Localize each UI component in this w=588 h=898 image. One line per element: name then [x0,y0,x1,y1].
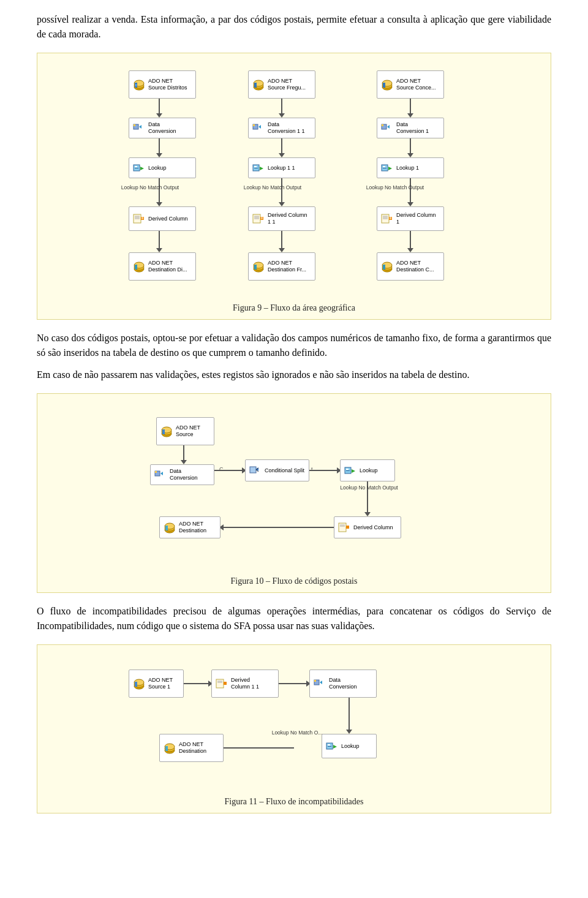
lookup-label11: Lookup [341,743,360,750]
data-conv-label10: DataConversion [170,468,198,481]
svg-rect-122 [339,523,346,532]
derived-col-1c-label: Derived Column1 [396,212,436,225]
lookup-icon-2 [252,161,265,175]
svg-marker-60 [260,167,263,170]
svg-rect-155 [328,744,330,745]
svg-marker-104 [364,512,371,516]
data-conv-1-label3: DataConversion 1 [396,121,429,135]
node-ado-dest-fr: ADO NETDestination Fr... [248,252,315,281]
ado-dest-icon [132,260,146,273]
ado-icon-2 [252,78,265,91]
node10-derived: Derived Column [334,516,401,538]
derived-icon-2 [252,212,265,225]
node-data-conv-11: DataConversion 1 1 [248,118,315,138]
ado-source1-label: ADO NETSource 1 [148,677,173,690]
cond-split-icon [249,464,262,477]
derived11-icon [215,677,228,690]
node10-lookup: Lookup [340,459,395,481]
svg-marker-17 [407,113,413,118]
lookup-label10: Lookup [360,467,378,474]
node10-data-conv: DataConversion [150,464,214,485]
lookup-no-match-1: Lookup No Match Output [110,184,190,191]
svg-rect-110 [162,429,165,434]
svg-marker-7 [156,248,162,252]
svg-rect-83 [383,168,386,168]
derived-col-icon [132,212,146,225]
node-lookup-11: Lookup 1 1 [248,157,315,178]
svg-rect-119 [346,469,349,470]
svg-marker-48 [135,265,137,270]
t-label: t [311,466,313,472]
svg-marker-112 [160,472,163,475]
lookup-icon [132,161,146,175]
svg-rect-59 [254,168,258,168]
figure-10-container: ADO NETSource DataConversion C Condition… [37,393,551,593]
data-conv-11-label: DataConversion 1 1 [268,121,305,135]
figure-9-caption: Figura 9 – Fluxo da área geográfica [233,303,355,313]
svg-marker-9 [279,113,285,118]
paragraph-2: No caso dos códigos postais, optou-se po… [37,331,551,360]
svg-rect-58 [254,166,257,167]
svg-rect-34 [135,166,137,167]
svg-marker-53 [254,83,257,88]
data-conv-1-label: DataConversion [148,121,176,135]
lookup-1-label: Lookup [148,165,167,172]
svg-marker-148 [320,681,322,684]
derived-col-1-label: Derived Column [148,216,188,222]
ado-icon-3 [380,78,394,91]
ado-source-icon [160,424,173,438]
figure-9-diagram: ADO NETSource Distritos DataConversion L… [110,64,478,297]
ado-dest-icon10 [163,521,176,534]
figure-9-container: ADO NETSource Distritos DataConversion L… [37,53,551,320]
figure-10-caption: Figura 10 – Fluxo de códigos postais [231,576,358,586]
svg-rect-56 [253,124,255,126]
svg-marker-55 [258,125,261,129]
svg-rect-120 [346,470,350,471]
svg-marker-79 [387,125,390,129]
ado-dest-fr-label: ADO NETDestination Fr... [268,260,306,273]
svg-rect-143 [216,679,224,688]
paragraph-4: O fluxo de incompatibilidades precisou d… [37,604,551,633]
data-conv-icon [132,121,146,135]
data-conv-label11: DataConversion [329,677,357,690]
svg-marker-5 [156,202,162,206]
ado-dest-di-label: ADO NETDestination Di... [148,260,187,273]
svg-marker-72 [254,265,257,270]
ado-dest-icon-3 [380,260,394,273]
ado-source-conce-label: ADO NETSource Conce... [396,78,436,91]
ado-source1-icon [132,677,146,690]
node10-cond-split: Conditional Split [245,459,309,481]
ado-source-fregu-label: ADO NETSource Fregu... [268,78,306,91]
figure-10-diagram: ADO NETSource DataConversion C Condition… [123,405,466,570]
svg-rect-82 [383,166,385,167]
svg-marker-121 [352,469,355,473]
svg-marker-135 [346,730,352,734]
svg-rect-142 [135,682,137,687]
node11-ado-source1: ADO NETSource 1 [129,670,184,698]
svg-rect-35 [135,168,138,168]
svg-rect-146 [224,682,227,685]
c-label: C [219,466,224,472]
svg-marker-77 [383,83,385,88]
node-derived-col-1c: Derived Column1 [377,206,444,231]
svg-marker-96 [383,265,385,270]
derived-icon-3 [380,212,394,225]
derived11-label: DerivedColumn 1 1 [231,677,259,690]
svg-rect-113 [155,471,157,473]
node10-ado-source: ADO NETSource [156,417,214,445]
ado-icon [132,78,146,91]
node11-data-conv: DataConversion [309,670,377,698]
svg-marker-3 [156,153,162,157]
node-data-conv-1: DataConversion 1 [377,118,444,138]
ado-source-label: ADO NETSource [176,424,200,438]
svg-rect-149 [314,680,316,682]
lookup-icon-3 [380,161,394,175]
data-conv-icon10 [154,468,167,481]
svg-marker-84 [388,167,392,170]
svg-marker-11 [279,153,285,157]
ado-dest-label11: ADO NETDestination [179,741,206,755]
derived-col-11-label: Derived Column1 1 [268,212,307,225]
svg-marker-1 [156,113,162,118]
lookup-no-match-10: Lookup No Match Output [315,485,423,491]
node-lookup-1c: Lookup 1 [377,157,444,178]
